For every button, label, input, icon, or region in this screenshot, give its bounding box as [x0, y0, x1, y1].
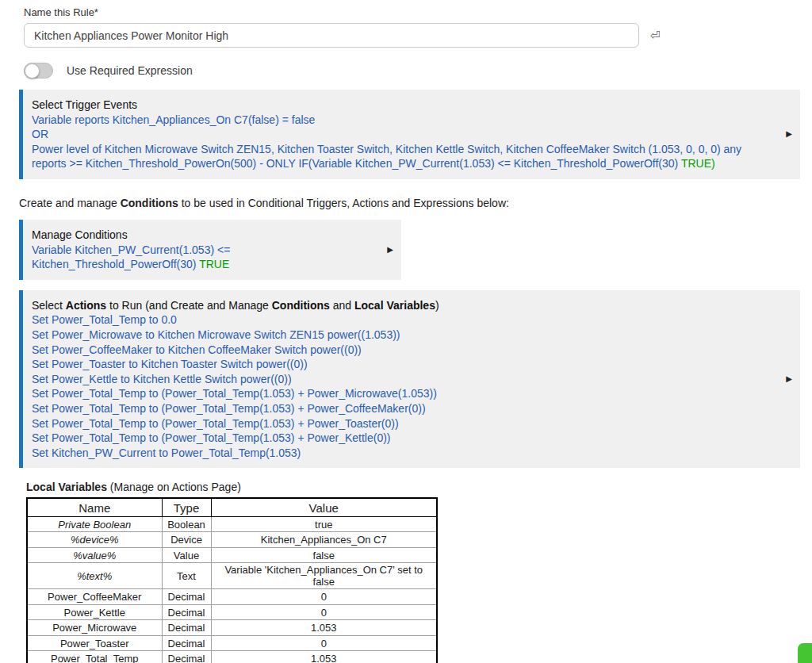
local-variables-caption-bold: Local Variables: [26, 481, 107, 493]
trigger-panel-title: Select Trigger Events: [32, 98, 772, 113]
variable-name: Power_CoffeeMaker: [27, 589, 162, 605]
variable-name: %text%: [27, 563, 162, 589]
actions-title-2: to Run (and Create and Manage: [106, 299, 272, 312]
required-expression-toggle[interactable]: [24, 63, 53, 79]
variable-value: Kitchen_Appliances_On C7: [211, 532, 437, 548]
variable-value: 0: [211, 604, 437, 620]
actions-title-4: ): [435, 299, 439, 312]
actions-title-1: Select: [32, 299, 66, 312]
actions-panel-title: Select Actions to Run (and Create and Ma…: [32, 298, 772, 313]
action-line: Set Power_Toaster to Kitchen Toaster Swi…: [32, 357, 772, 372]
variable-type: Decimal: [162, 635, 211, 651]
condition-line-2-text: Kitchen_Threshold_PowerOff(30): [32, 258, 199, 270]
variable-type: Text: [162, 563, 211, 589]
intro-text-1: Create and manage: [19, 197, 121, 209]
column-header-type: Type: [162, 498, 211, 516]
trigger-line-or: OR: [32, 127, 772, 142]
variable-value: Variable 'Kitchen_Appliances_On C7' set …: [211, 563, 437, 589]
table-row: Power_CoffeeMaker Decimal 0: [27, 589, 437, 605]
local-variables-table: Name Type Value Private Boolean Boolean …: [26, 497, 438, 663]
variable-name: %device%: [27, 532, 162, 548]
conditions-intro-text: Create and manage Conditions to be used …: [19, 197, 800, 209]
enter-icon[interactable]: ⏎: [650, 29, 661, 43]
action-line: Set Power_Total_Temp to (Power_Total_Tem…: [32, 416, 772, 431]
actions-title-bold-conditions: Conditions: [272, 299, 330, 312]
manage-conditions-panel[interactable]: Manage Conditions Variable Kitchen_PW_Cu…: [19, 220, 401, 280]
variable-name: Private Boolean: [27, 516, 162, 532]
variable-value: 0: [211, 635, 437, 651]
table-row: Power_Microwave Decimal 1.053: [27, 620, 437, 636]
action-line: Set Kitchen_PW_Current to Power_Total_Te…: [32, 446, 772, 461]
rule-name-label: Name this Rule*: [24, 6, 800, 18]
rule-editor-page: Name this Rule* ⏎ Use Required Expressio…: [0, 0, 812, 663]
table-row: Private Boolean Boolean true: [27, 516, 437, 532]
trigger-events-panel[interactable]: Select Trigger Events Variable reports K…: [19, 90, 800, 179]
variable-type: Device: [162, 532, 211, 548]
table-row: Power_Total_Temp Decimal 1.053: [27, 651, 437, 663]
condition-line-2: Kitchen_Threshold_PowerOff(30) TRUE: [32, 257, 373, 272]
action-line: Set Power_Total_Temp to 0.0: [32, 312, 772, 328]
column-header-name: Name: [27, 498, 162, 516]
variable-name: Power_Microwave: [27, 620, 162, 636]
variable-type: Value: [162, 547, 211, 563]
actions-title-bold-localvars: Local Variables: [354, 299, 435, 312]
variable-value: 1.053: [211, 651, 437, 663]
column-header-value: Value: [211, 498, 437, 516]
rule-name-row: ⏎: [24, 23, 800, 48]
variable-name: Power_Toaster: [27, 635, 162, 651]
variable-type: Boolean: [162, 516, 211, 532]
rule-name-input[interactable]: [24, 23, 639, 48]
variable-value: 0: [211, 589, 437, 605]
action-line: Set Power_Total_Temp to (Power_Total_Tem…: [32, 431, 772, 446]
condition-line-1: Variable Kitchen_PW_Current(1.053) <=: [32, 243, 373, 258]
table-row: %text% Text Variable 'Kitchen_Appliances…: [27, 563, 437, 589]
action-line: Set Power_Total_Temp to (Power_Total_Tem…: [32, 386, 772, 401]
variable-value: false: [211, 547, 437, 563]
table-row: Power_Kettle Decimal 0: [27, 604, 437, 620]
actions-title-bold-actions: Actions: [66, 299, 106, 312]
table-row: Power_Toaster Decimal 0: [27, 635, 437, 651]
action-line: Set Power_CoffeeMaker to Kitchen CoffeeM…: [32, 343, 772, 358]
variable-value: true: [211, 516, 437, 532]
variable-type: Decimal: [162, 589, 211, 605]
variable-name: %value%: [27, 547, 162, 563]
floating-action-button[interactable]: [798, 643, 812, 663]
trigger-true-badge: TRUE): [681, 157, 715, 170]
variable-value: 1.053: [211, 620, 437, 636]
actions-title-3: and: [330, 299, 354, 312]
trigger-line-2-text: Power level of Kitchen Microwave Switch …: [32, 143, 741, 171]
variable-type: Decimal: [162, 604, 211, 620]
required-expression-row: Use Required Expression: [24, 62, 800, 79]
table-row: %device% Device Kitchen_Appliances_On C7: [27, 532, 437, 548]
expand-arrow-icon[interactable]: ▶: [786, 372, 792, 387]
actions-panel[interactable]: Select Actions to Run (and Create and Ma…: [19, 290, 800, 469]
action-line: Set Power_Kettle to Kitchen Kettle Switc…: [32, 372, 772, 387]
table-row: %value% Value false: [27, 547, 437, 563]
trigger-line-1: Variable reports Kitchen_Appliances_On C…: [32, 113, 772, 128]
local-variables-caption-rest: (Manage on Actions Page): [107, 481, 241, 493]
table-header-row: Name Type Value: [27, 498, 437, 516]
variable-type: Decimal: [162, 651, 211, 663]
condition-true-badge: TRUE: [199, 258, 229, 270]
action-line: Set Power_Microwave to Kitchen Microwave…: [32, 328, 772, 343]
expand-arrow-icon[interactable]: ▶: [786, 127, 792, 142]
local-variables-caption: Local Variables (Manage on Actions Page): [26, 481, 800, 493]
variable-type: Decimal: [162, 620, 211, 636]
variable-name: Power_Kettle: [27, 604, 162, 620]
required-expression-label: Use Required Expression: [67, 64, 193, 77]
intro-bold-conditions: Conditions: [121, 197, 178, 209]
conditions-panel-title: Manage Conditions: [32, 228, 373, 243]
expand-arrow-icon[interactable]: ▶: [387, 243, 393, 258]
toggle-knob: [25, 63, 40, 79]
action-line: Set Power_Total_Temp to (Power_Total_Tem…: [32, 401, 772, 416]
trigger-line-2: Power level of Kitchen Microwave Switch …: [32, 142, 772, 171]
intro-text-2: to be used in Conditional Triggers, Acti…: [178, 197, 509, 209]
variable-name: Power_Total_Temp: [27, 651, 162, 663]
